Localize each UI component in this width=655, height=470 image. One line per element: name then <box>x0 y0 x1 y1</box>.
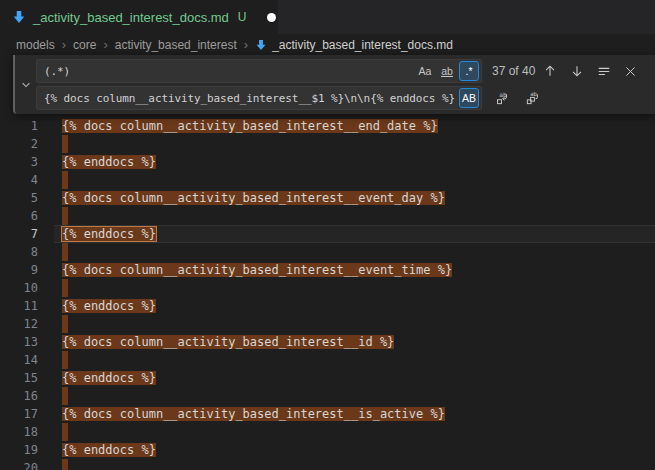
tab-bar: _activity_based_interest_docs.md U <box>0 0 655 34</box>
next-match-button[interactable] <box>566 61 587 82</box>
find-match: {% enddocs %} <box>62 443 156 457</box>
find-match: {% enddocs %} <box>62 299 156 313</box>
line-number: 3 <box>0 153 38 171</box>
preserve-case-toggle[interactable]: AB <box>459 88 479 108</box>
svg-text:ab: ab <box>499 91 507 98</box>
breadcrumb-item-folder[interactable]: activity_based_interest <box>115 38 237 52</box>
find-match: {% enddocs %} <box>62 371 156 385</box>
line-content: {% docs column__activity_based_interest_… <box>62 117 438 135</box>
replace-button[interactable]: ab <box>492 88 513 109</box>
replace-row: {% docs column__activity_based_interest_… <box>36 86 647 110</box>
find-match: {% docs column__activity_based_interest_… <box>62 263 452 277</box>
editor-line[interactable]: 6 <box>0 207 655 225</box>
editor-line[interactable]: 10 <box>0 279 655 297</box>
line-number: 16 <box>0 387 38 405</box>
line-number: 1 <box>0 117 38 135</box>
previous-match-button[interactable] <box>539 61 560 82</box>
line-content <box>62 387 68 405</box>
line-content: {% enddocs %} <box>62 153 156 171</box>
zero-length-match-highlight <box>62 279 68 297</box>
replace-input[interactable]: {% docs column__activity_based_interest_… <box>36 86 482 110</box>
zero-length-match-highlight <box>62 459 68 470</box>
editor-line[interactable]: 17{% docs column__activity_based_interes… <box>0 405 655 423</box>
line-content <box>62 315 68 333</box>
replace-all-icon: ab <box>525 91 540 106</box>
line-content: {% docs column__activity_based_interest_… <box>62 405 445 423</box>
editor-tab[interactable]: _activity_based_interest_docs.md U <box>0 0 278 34</box>
zero-length-match-highlight <box>62 387 68 405</box>
line-number: 18 <box>0 423 38 441</box>
line-content <box>62 135 68 153</box>
editor-line[interactable]: 8 <box>0 243 655 261</box>
find-query-text: (.*) <box>44 65 413 78</box>
whole-word-toggle[interactable]: ab <box>437 61 457 81</box>
find-row: (.*) Aa ab .* 37 of 40 <box>36 59 647 83</box>
match-case-toggle[interactable]: Aa <box>415 61 435 81</box>
find-match: {% docs column__activity_based_interest_… <box>62 407 445 421</box>
replace-all-button[interactable]: ab <box>522 88 543 109</box>
find-match: {% docs column__activity_based_interest_… <box>62 119 438 133</box>
find-match: {% docs column__activity_based_interest_… <box>62 191 445 205</box>
editor-line[interactable]: 1{% docs column__activity_based_interest… <box>0 117 655 135</box>
line-number: 8 <box>0 243 38 261</box>
git-status-badge: U <box>238 10 247 24</box>
editor-line[interactable]: 11{% enddocs %} <box>0 297 655 315</box>
line-content: {% docs column__activity_based_interest_… <box>62 333 394 351</box>
line-content <box>62 207 68 225</box>
editor-line[interactable]: 15{% enddocs %} <box>0 369 655 387</box>
line-content: {% enddocs %} <box>62 441 156 459</box>
regex-toggle[interactable]: .* <box>459 61 479 81</box>
line-number: 2 <box>0 135 38 153</box>
editor-line[interactable]: 9{% docs column__activity_based_interest… <box>0 261 655 279</box>
editor-line[interactable]: 19{% enddocs %} <box>0 441 655 459</box>
markdown-icon <box>12 10 26 24</box>
chevron-right-icon: › <box>62 37 66 52</box>
line-content: {% enddocs %} <box>62 297 156 315</box>
zero-length-match-highlight <box>62 315 68 333</box>
chevron-right-icon: › <box>103 37 107 52</box>
editor-line[interactable]: 14 <box>0 351 655 369</box>
zero-length-match-highlight <box>62 135 68 153</box>
close-icon <box>624 65 637 78</box>
editor-line[interactable]: 13{% docs column__activity_based_interes… <box>0 333 655 351</box>
breadcrumb-item-core[interactable]: core <box>73 38 96 52</box>
editor-line[interactable]: 18 <box>0 423 655 441</box>
editor-line[interactable]: 7{% enddocs %} <box>0 225 655 243</box>
editor-line[interactable]: 3{% enddocs %} <box>0 153 655 171</box>
replace-icon: ab <box>495 91 510 106</box>
unsaved-dot-icon[interactable] <box>267 13 276 22</box>
preserve-case-label: AB <box>462 92 476 104</box>
breadcrumb-item-file[interactable]: _activity_based_interest_docs.md <box>255 38 453 52</box>
markdown-icon <box>255 39 267 51</box>
find-match: {% enddocs %} <box>62 155 156 169</box>
line-content <box>62 243 68 261</box>
arrow-down-icon <box>570 64 584 78</box>
editor-lines: 1{% docs column__activity_based_interest… <box>0 117 655 470</box>
match-case-label: Aa <box>419 65 432 77</box>
toggle-replace-button[interactable] <box>15 59 36 110</box>
line-content <box>62 351 68 369</box>
line-content <box>62 279 68 297</box>
zero-length-match-highlight <box>62 351 68 369</box>
chevron-right-icon: › <box>244 37 248 52</box>
zero-length-match-highlight <box>62 423 68 441</box>
editor-line[interactable]: 2 <box>0 135 655 153</box>
editor-line[interactable]: 20 <box>0 459 655 470</box>
editor-line[interactable]: 16 <box>0 387 655 405</box>
editor-line[interactable]: 4 <box>0 171 655 189</box>
editor-line[interactable]: 5{% docs column__activity_based_interest… <box>0 189 655 207</box>
svg-text:ab: ab <box>530 91 537 97</box>
find-input[interactable]: (.*) Aa ab .* <box>36 59 482 83</box>
line-number: 19 <box>0 441 38 459</box>
editor-line[interactable]: 12 <box>0 315 655 333</box>
match-count: 37 of 40 <box>492 64 535 78</box>
breadcrumb-item-models[interactable]: models <box>16 38 55 52</box>
close-find-button[interactable] <box>620 61 641 82</box>
line-content: {% docs column__activity_based_interest_… <box>62 261 452 279</box>
zero-length-match-highlight <box>62 207 68 225</box>
arrow-up-icon <box>543 64 557 78</box>
line-content: {% enddocs %} <box>62 369 156 387</box>
zero-length-match-highlight <box>62 243 68 261</box>
find-in-selection-button[interactable] <box>593 61 614 82</box>
line-content: {% enddocs %} <box>62 225 156 243</box>
